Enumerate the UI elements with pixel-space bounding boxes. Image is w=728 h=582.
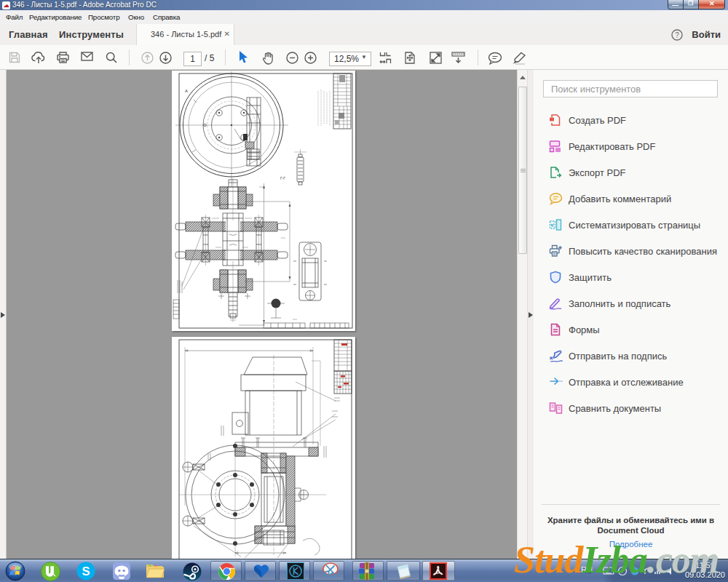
svg-text:Г-Г: Г-Г xyxy=(280,176,285,180)
svg-text:A: A xyxy=(185,89,188,93)
svg-text:?: ? xyxy=(675,31,679,39)
svg-text:S: S xyxy=(82,565,90,578)
